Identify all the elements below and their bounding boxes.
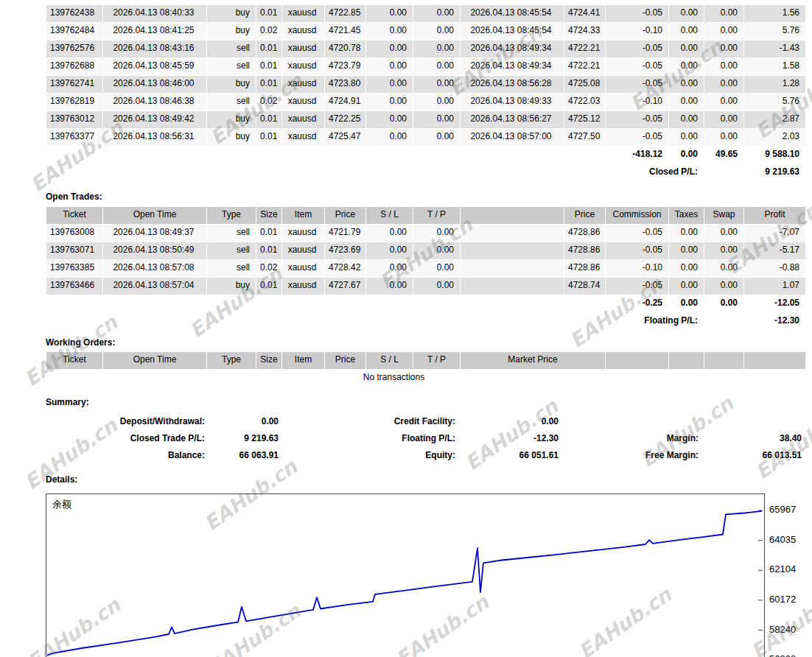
sl-cell: 0.00 [366, 242, 413, 259]
trade-row: 1397630122026.04.13 08:49:42buy0.01xauus… [46, 111, 805, 128]
header-blank [669, 352, 704, 369]
size-cell: 0.01 [256, 41, 281, 57]
open_time-cell: 2026.04.13 08:49:42 [103, 111, 206, 128]
deposit-withdrawal-label: Deposit/Withdrawal: [46, 413, 206, 430]
trade-row: 1397630082026.04.13 08:49:37sell0.01xauu… [46, 225, 805, 242]
commission-cell: -0.10 [606, 23, 668, 40]
header-S / L: S / L [366, 352, 413, 369]
header-blank [744, 352, 805, 369]
profit-cell: 1.28 [744, 76, 805, 93]
total-swap: 0.00 [704, 295, 743, 312]
taxes-cell: 0.00 [669, 242, 704, 259]
item-cell: xauusd [282, 129, 324, 146]
commission-cell: -0.05 [606, 242, 668, 259]
y-axis-tick-label: 64035 [769, 534, 796, 545]
type-cell: sell [207, 225, 256, 242]
size-cell: 0.01 [256, 5, 281, 22]
tp-cell: 0.00 [413, 5, 460, 22]
price-cell: 4722.85 [325, 5, 365, 22]
swap-cell: 0.00 [704, 111, 743, 128]
tp-cell: 0.00 [413, 129, 460, 146]
totals-row: -0.250.000.00-12.05 [46, 295, 805, 312]
credit-facility-value: 0.00 [457, 413, 560, 430]
ticket-cell: 139762576 [46, 41, 102, 57]
size-cell: 0.01 [256, 278, 281, 295]
ticket-cell: 139762688 [46, 58, 102, 75]
type-cell: buy [207, 278, 256, 295]
open_time-cell: 2026.04.13 08:46:00 [103, 76, 206, 93]
taxes-cell: 0.00 [669, 260, 704, 277]
size-cell: 0.01 [256, 242, 281, 259]
tp-cell: 0.00 [413, 111, 460, 128]
commission-cell: -0.05 [606, 225, 668, 242]
y-axis-tick-label: 56308 [769, 653, 796, 657]
profit-cell: 5.76 [744, 23, 805, 40]
close_time-cell: 2026.04.13 08:49:33 [461, 94, 564, 110]
y-axis-tick-label: 60172 [769, 594, 796, 605]
header-Type: Type [207, 352, 256, 369]
trade-row: 1397633772026.04.13 08:56:31buy0.01xauus… [46, 129, 805, 146]
header-Price: Price [325, 207, 365, 224]
swap-cell: 0.00 [704, 58, 743, 75]
size-cell: 0.02 [256, 94, 281, 110]
close_price-cell: 4724.41 [564, 5, 605, 22]
header-Price: Price [325, 352, 365, 369]
tp-cell: 0.00 [413, 225, 460, 242]
ticket-cell: 139763008 [46, 225, 102, 242]
tp-cell: 0.00 [413, 242, 460, 259]
sl-cell: 0.00 [366, 94, 413, 110]
close_time-cell: 2026.04.13 08:57:00 [461, 129, 564, 146]
size-cell: 0.02 [256, 23, 281, 40]
closed-pl-value: 9 219.63 [704, 164, 805, 181]
sl-cell: 0.00 [366, 41, 413, 57]
header-blank [606, 352, 668, 369]
item-cell: xauusd [282, 58, 324, 75]
ticket-cell: 139762741 [46, 76, 102, 93]
header-T / P: T / P [413, 352, 460, 369]
sl-cell: 0.00 [366, 76, 413, 93]
tp-cell: 0.00 [413, 278, 460, 295]
item-cell: xauusd [282, 23, 324, 40]
balance-series-line [47, 511, 762, 656]
sl-cell: 0.00 [366, 129, 413, 146]
close_time-cell [461, 260, 564, 277]
open-trades-table: TicketOpen TimeTypeSizeItemPriceS / LT /… [46, 206, 806, 331]
type-cell: sell [207, 58, 256, 75]
y-axis-tick-label: 62104 [769, 563, 796, 575]
no-transactions-text: No transactions [46, 370, 743, 387]
commission-cell: -0.05 [606, 41, 668, 57]
open_time-cell: 2026.04.13 08:56:31 [103, 129, 206, 146]
close_time-cell [461, 225, 564, 242]
open_time-cell: 2026.04.13 08:40:33 [103, 5, 206, 22]
size-cell: 0.01 [256, 58, 281, 75]
tp-cell: 0.00 [413, 23, 460, 40]
size-cell: 0.01 [256, 76, 281, 93]
total-taxes: 0.00 [669, 147, 704, 164]
sl-cell: 0.00 [366, 260, 413, 277]
price-cell: 4722.25 [325, 111, 365, 128]
header-Profit: Profit [744, 207, 805, 224]
chart-plot-area: 余额 [46, 493, 765, 657]
commission-cell: -0.10 [606, 94, 668, 110]
header-blank [461, 207, 564, 224]
tp-cell: 0.00 [413, 58, 460, 75]
price-cell: 4723.79 [325, 58, 365, 75]
balance-label: Balance: [46, 447, 206, 464]
size-cell: 0.02 [256, 260, 281, 277]
type-cell: sell [207, 242, 256, 259]
trade-row: 1397633852026.04.13 08:57:08sell0.02xauu… [46, 260, 805, 277]
open-trades-title: Open Trades: [46, 192, 806, 202]
profit-cell: -1.43 [744, 41, 805, 57]
open_time-cell: 2026.04.13 08:57:04 [103, 278, 206, 295]
total-profit: 9 588.10 [744, 147, 805, 164]
sl-cell: 0.00 [366, 111, 413, 128]
spacer-cell [46, 295, 605, 312]
size-cell: 0.01 [256, 225, 281, 242]
balance-chart: 余额 659676403562104601725824056308 [46, 493, 806, 655]
ticket-cell: 139762819 [46, 94, 102, 110]
summary-row: Deposit/Withdrawal: 0.00 Credit Facility… [46, 413, 803, 430]
header-Swap: Swap [704, 207, 743, 224]
commission-cell: -0.05 [606, 76, 668, 93]
item-cell: xauusd [282, 242, 324, 259]
type-cell: buy [207, 5, 256, 22]
